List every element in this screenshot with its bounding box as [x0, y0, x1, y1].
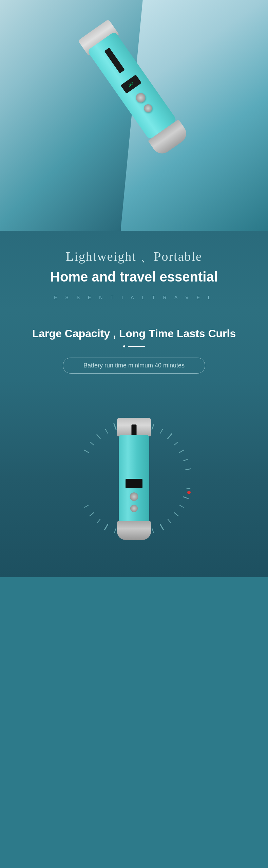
divider-dot [123, 345, 125, 347]
curler-slot [104, 48, 125, 73]
svg-line-17 [184, 497, 188, 499]
svg-line-14 [186, 469, 191, 470]
svg-line-20 [168, 519, 171, 523]
svg-line-11 [174, 442, 178, 445]
dial-curler-top [117, 418, 151, 436]
dial-curler-main [119, 435, 149, 523]
curler-button-1 [134, 91, 147, 104]
text-section-lightweight: Lightweight 、Portable Home and travel es… [0, 231, 268, 310]
svg-line-27 [105, 524, 108, 530]
home-travel-text: Home and travel essential [20, 269, 248, 285]
dial-section [0, 380, 268, 577]
lightweight-portable-text: Lightweight 、Portable [20, 248, 248, 265]
divider-decoration [27, 345, 241, 347]
svg-line-13 [184, 459, 188, 461]
dial-button-1 [130, 492, 138, 501]
product-dial-image [112, 418, 156, 540]
svg-line-0 [84, 450, 89, 453]
svg-line-1 [90, 442, 94, 445]
svg-line-18 [179, 505, 183, 508]
svg-line-12 [179, 450, 184, 453]
battery-badge-text: Battery run time minimum 40 minutes [83, 362, 185, 369]
svg-point-31 [187, 491, 191, 494]
svg-line-16 [186, 488, 190, 489]
dial-display [126, 479, 142, 488]
product-dial-body [112, 418, 156, 540]
svg-line-30 [85, 505, 89, 508]
svg-line-3 [106, 430, 108, 433]
page-wrapper: 180° Lightweight 、Portable Home and trav… [0, 0, 268, 868]
dial-button-2 [130, 505, 138, 512]
svg-line-9 [160, 430, 163, 433]
large-capacity-title: Large Capacity , Long Time Lasts Curls [27, 327, 241, 340]
text-section-capacity: Large Capacity , Long Time Lasts Curls B… [0, 310, 268, 380]
essential-travel-label: E S S E N T I A L T R A V E L [20, 295, 248, 300]
curler-display-text: 180° [128, 81, 135, 87]
hero-section: 180° [0, 0, 268, 231]
curler-button-2 [142, 103, 154, 114]
svg-line-29 [90, 513, 94, 516]
divider-line [128, 346, 145, 347]
svg-line-28 [97, 519, 100, 523]
battery-badge: Battery run time minimum 40 minutes [63, 358, 205, 374]
dial-container [49, 394, 219, 564]
curler-display: 180° [120, 75, 141, 94]
svg-line-19 [174, 513, 178, 516]
svg-line-21 [160, 524, 164, 530]
dial-curler-bottom [117, 521, 151, 540]
svg-line-10 [168, 434, 172, 438]
svg-line-2 [97, 435, 100, 438]
